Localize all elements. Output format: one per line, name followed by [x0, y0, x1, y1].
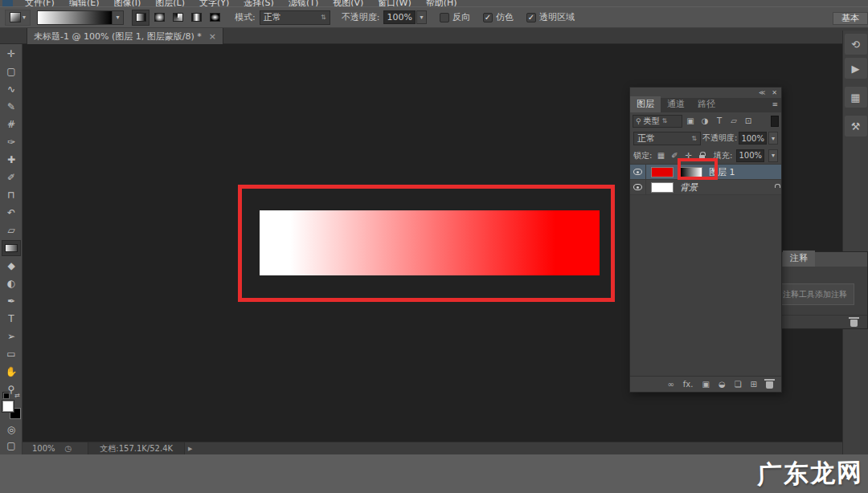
quick-mask-button[interactable]: ◎: [2, 422, 21, 438]
eyedropper-tool[interactable]: ✑: [2, 134, 21, 150]
brush-icon: ✐: [7, 172, 15, 183]
visibility-toggle[interactable]: [630, 180, 646, 194]
layer-blend-row: 正常 ⇅ 不透明度: 100% ▾: [630, 129, 781, 147]
filter-toggle[interactable]: [771, 116, 779, 127]
type-tool[interactable]: T: [2, 311, 21, 327]
tab-paths[interactable]: 路径: [691, 96, 722, 112]
workspace-button[interactable]: 基本: [833, 12, 868, 25]
diamond-gradient-button[interactable]: [206, 10, 223, 26]
move-tool[interactable]: ✛: [2, 46, 21, 62]
link-layers-icon[interactable]: ∞: [667, 380, 674, 389]
filter-type-layers-icon[interactable]: T: [713, 115, 726, 128]
tool-preset-button[interactable]: ▾: [5, 10, 31, 26]
eraser-tool[interactable]: ▱: [2, 222, 21, 238]
menu-image[interactable]: 图像(I): [106, 0, 148, 6]
tool-presets-panel-button[interactable]: ⚒: [845, 116, 867, 136]
foreground-color-swatch[interactable]: [2, 401, 14, 412]
filter-adjustment-layers-icon[interactable]: ◑: [698, 115, 711, 128]
quick-selection-tool[interactable]: ✎: [2, 99, 21, 115]
layer-thumbnail[interactable]: [651, 182, 674, 193]
path-selection-tool[interactable]: ➢: [2, 328, 21, 344]
fill-value[interactable]: 100%: [736, 149, 764, 162]
linear-gradient-button[interactable]: [132, 10, 149, 26]
fill-dropdown[interactable]: ▾: [768, 149, 778, 162]
menu-view[interactable]: 视图(V): [326, 0, 371, 6]
tab-channels[interactable]: 通道: [661, 96, 691, 112]
delete-layer-icon[interactable]: [766, 381, 773, 389]
filter-pixel-layers-icon[interactable]: ▣: [684, 115, 697, 128]
dither-checkbox[interactable]: ✓: [483, 13, 493, 22]
layer-thumbnail[interactable]: [651, 167, 674, 177]
menu-type[interactable]: 文字(Y): [192, 0, 236, 6]
history-brush-tool[interactable]: ↶: [2, 205, 21, 221]
document-size-info[interactable]: 文档:157.1K/52.4K: [88, 442, 185, 455]
lock-transparency-icon[interactable]: ▦: [656, 151, 665, 160]
screen-mode-button[interactable]: ▢: [2, 438, 21, 454]
color-utility-row: ⇄: [2, 391, 20, 399]
add-layer-mask-icon[interactable]: ▣: [702, 380, 709, 389]
status-menu-arrow-icon[interactable]: ▶: [188, 446, 192, 452]
actions-panel-button[interactable]: ▶: [845, 58, 867, 79]
angle-gradient-button[interactable]: [169, 10, 186, 26]
clone-stamp-tool[interactable]: ⊓: [2, 187, 21, 203]
menu-select[interactable]: 选择(S): [236, 0, 281, 6]
panel-menu-icon[interactable]: ≡: [772, 100, 778, 108]
adjustment-layer-icon[interactable]: ◒: [719, 380, 726, 389]
layer-opacity-dropdown[interactable]: ▾: [768, 132, 778, 145]
dodge-tool[interactable]: ◐: [2, 275, 21, 291]
close-panel-icon[interactable]: ✕: [772, 89, 777, 96]
menu-help[interactable]: 帮助(H): [419, 0, 465, 6]
opacity-dropdown[interactable]: ▾: [416, 10, 427, 24]
blur-tool[interactable]: ◆: [2, 258, 21, 274]
blend-mode-select[interactable]: 正常 ⇅: [260, 10, 330, 25]
marquee-icon: ▢: [6, 66, 15, 77]
menu-edit[interactable]: 编辑(E): [62, 0, 107, 6]
menu-window[interactable]: 窗口(W): [371, 0, 418, 6]
delete-note-icon[interactable]: [850, 320, 858, 327]
filter-smart-objects-icon[interactable]: ⊡: [742, 115, 755, 128]
tab-notes[interactable]: 注释: [783, 251, 815, 267]
gradient-editor-button[interactable]: ▾: [37, 10, 124, 25]
menu-file[interactable]: 文件(F): [18, 0, 62, 6]
visibility-toggle[interactable]: [630, 165, 646, 179]
layer-row-background[interactable]: 背景: [630, 180, 781, 195]
radial-gradient-button[interactable]: [150, 10, 168, 26]
healing-brush-tool[interactable]: ✚: [2, 152, 21, 168]
styles-panel-button[interactable]: ▦: [845, 87, 867, 108]
hand-tool[interactable]: ✋: [2, 364, 21, 380]
zoom-level-value[interactable]: 100%: [32, 444, 55, 453]
gradient-picker-dropdown[interactable]: ▾: [112, 11, 123, 24]
pen-tool[interactable]: ✒: [2, 293, 21, 309]
swap-colors-icon[interactable]: ⇄: [14, 392, 20, 399]
menu-filter[interactable]: 滤镜(T): [281, 0, 326, 6]
tab-layers[interactable]: 图层: [630, 96, 661, 112]
reverse-checkbox[interactable]: [440, 13, 449, 22]
history-panel-button[interactable]: ⟲: [845, 34, 867, 55]
layer-effects-icon[interactable]: fx.: [683, 380, 694, 389]
group-layers-icon[interactable]: ❏: [735, 380, 742, 389]
layer-blend-mode-select[interactable]: 正常 ⇅: [633, 132, 701, 145]
brush-tool[interactable]: ✐: [2, 169, 21, 185]
shape-tool[interactable]: ▭: [2, 346, 21, 362]
reflected-gradient-button[interactable]: [187, 10, 205, 26]
filter-kind-value: 类型: [644, 116, 660, 127]
new-layer-icon[interactable]: ⊞: [751, 380, 757, 389]
document-tab[interactable]: 未标题-1 @ 100% (图层 1, 图层蒙版/8) * ×: [27, 28, 223, 44]
transparency-checkbox[interactable]: ✓: [526, 13, 536, 22]
collapse-panel-icon[interactable]: ≪: [759, 89, 765, 96]
close-tab-icon[interactable]: ×: [209, 31, 216, 42]
opacity-value[interactable]: 100%: [383, 10, 415, 24]
layer-opacity-value[interactable]: 100%: [739, 132, 767, 145]
eye-icon: [633, 169, 642, 175]
gradient-tool[interactable]: [2, 240, 21, 256]
document-tab-bar: 未标题-1 @ 100% (图层 1, 图层蒙版/8) * ×: [0, 28, 868, 44]
filter-kind-select[interactable]: ⚲ 类型 ⇅: [633, 115, 682, 128]
menu-layer[interactable]: 图层(L): [148, 0, 192, 6]
filter-shape-layers-icon[interactable]: ▱: [727, 115, 740, 128]
crop-tool[interactable]: #: [2, 116, 21, 132]
marquee-tool[interactable]: ▢: [2, 63, 21, 79]
lasso-tool[interactable]: ∿: [2, 81, 21, 97]
layer-name[interactable]: 背景: [680, 181, 698, 194]
default-colors-icon[interactable]: [2, 392, 10, 399]
menu-bar: 文件(F) 编辑(E) 图像(I) 图层(L) 文字(Y) 选择(S) 滤镜(T…: [0, 0, 868, 6]
